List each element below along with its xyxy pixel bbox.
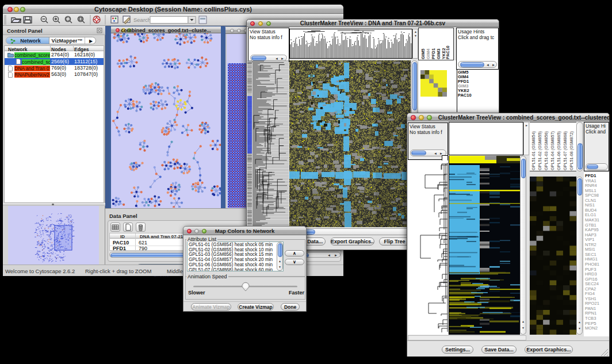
svg-text:Search:: Search:	[133, 17, 152, 23]
svg-text:GPL51-03 (GSM856): GPL51-03 (GSM856)	[544, 131, 549, 170]
svg-text:GPL51-06 (GSM865): GPL51-06 (GSM865)	[556, 131, 561, 170]
svg-text:GPL51-08 (GSM872): GPL51-08 (GSM872)	[569, 131, 574, 170]
svg-text:GPL51-07 (GSM868): GPL51-07 (GSM868)	[563, 131, 568, 170]
svg-text:PFD1: PFD1	[431, 48, 436, 59]
svg-text:GIM5: GIM5	[420, 49, 426, 59]
svg-text:PAC10: PAC10	[445, 45, 450, 59]
svg-text:GPL51-04 (GSM857): GPL51-04 (GSM857)	[550, 131, 555, 170]
svg-text:GPL51-01 (GSM854): GPL51-01 (GSM854)	[531, 131, 536, 170]
svg-text:GIM3: GIM3	[436, 49, 441, 59]
svg-text:GIM4: GIM4	[426, 48, 431, 59]
svg-text:GPL51-02 (GSM855): GPL51-02 (GSM855)	[537, 131, 542, 170]
